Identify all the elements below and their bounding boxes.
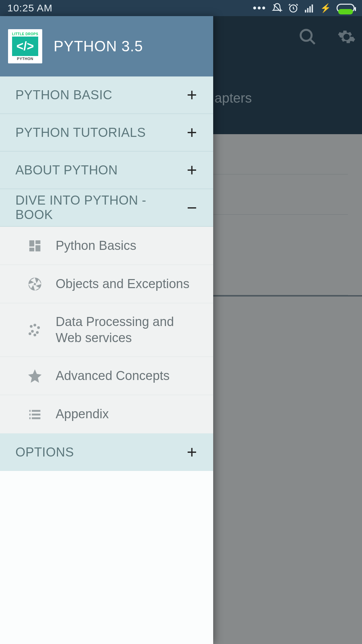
section-dive-into-python[interactable]: DIVE INTO PYTHON - BOOK −	[0, 189, 213, 227]
subitem-data-processing[interactable]: Data Processing and Web services	[0, 303, 213, 357]
aperture-icon	[27, 276, 43, 292]
charging-icon: ⚡	[320, 3, 331, 13]
svg-rect-2	[305, 10, 306, 12]
drawer-title: PYTHON 3.5	[54, 38, 143, 55]
svg-rect-5	[312, 4, 313, 12]
svg-point-19	[28, 332, 31, 335]
minus-icon: −	[187, 199, 197, 216]
logo-bottom-text: PYTHON	[17, 57, 34, 61]
section-python-tutorials[interactable]: PYTHON TUTORIALS +	[0, 114, 213, 152]
mute-icon	[272, 3, 283, 13]
section-label: OPTIONS	[15, 445, 74, 460]
section-label: DIVE INTO PYTHON - BOOK	[15, 193, 187, 222]
subitem-objects-exceptions[interactable]: Objects and Exceptions	[0, 265, 213, 303]
plus-icon: +	[187, 86, 197, 104]
svg-rect-8	[29, 240, 35, 246]
subitem-appendix[interactable]: Appendix	[0, 395, 213, 433]
section-label: ABOUT PYTHON	[15, 163, 118, 177]
section-options[interactable]: OPTIONS +	[0, 433, 213, 471]
drawer-footer-space	[0, 471, 213, 644]
svg-rect-25	[32, 417, 41, 419]
svg-rect-9	[36, 240, 41, 244]
svg-rect-4	[309, 6, 311, 13]
svg-rect-21	[32, 410, 41, 412]
subitem-advanced-concepts[interactable]: Advanced Concepts	[0, 357, 213, 395]
subitem-label: Appendix	[56, 406, 109, 422]
subitem-label: Python Basics	[56, 238, 136, 254]
svg-point-13	[30, 325, 33, 327]
grain-icon	[27, 323, 43, 337]
plus-icon: +	[187, 124, 197, 141]
svg-point-17	[36, 331, 39, 334]
star-icon	[27, 368, 43, 384]
svg-rect-24	[29, 417, 31, 419]
nav-drawer: LITTLE DROPS </> PYTHON PYTHON 3.5 PYTHO…	[0, 16, 213, 644]
svg-rect-11	[29, 248, 35, 251]
status-time: 10:25 AM	[7, 2, 53, 14]
svg-point-18	[34, 333, 36, 336]
plus-icon: +	[187, 161, 197, 179]
subitem-python-basics[interactable]: Python Basics	[0, 227, 213, 265]
logo-top-text: LITTLE DROPS	[12, 32, 38, 36]
code-icon: </>	[12, 37, 38, 56]
section-about-python[interactable]: ABOUT PYTHON +	[0, 152, 213, 189]
status-bar: 10:25 AM ••• ⚡	[0, 0, 362, 16]
svg-rect-23	[32, 414, 41, 416]
section-python-basic[interactable]: PYTHON BASIC +	[0, 76, 213, 114]
drawer-header: LITTLE DROPS </> PYTHON PYTHON 3.5	[0, 16, 213, 76]
more-icon: •••	[253, 2, 266, 14]
dashboard-icon	[27, 238, 43, 253]
status-icons: ••• ⚡	[253, 2, 355, 14]
signal-icon	[304, 3, 315, 13]
plus-icon: +	[187, 443, 197, 461]
list-icon	[27, 407, 43, 422]
svg-point-15	[37, 326, 40, 329]
subitem-label: Advanced Concepts	[56, 368, 170, 384]
svg-point-14	[34, 324, 36, 326]
svg-rect-20	[29, 410, 31, 412]
subitem-label: Objects and Exceptions	[56, 276, 189, 292]
section-label: PYTHON BASIC	[15, 88, 112, 102]
app-logo: LITTLE DROPS </> PYTHON	[8, 29, 42, 63]
svg-rect-3	[307, 8, 308, 12]
svg-point-16	[31, 330, 34, 332]
battery-icon	[337, 4, 355, 12]
svg-rect-22	[29, 414, 31, 416]
svg-rect-10	[36, 245, 41, 251]
section-label: PYTHON TUTORIALS	[15, 125, 146, 140]
subitem-label: Data Processing and Web services	[56, 314, 196, 346]
alarm-icon	[288, 3, 299, 13]
